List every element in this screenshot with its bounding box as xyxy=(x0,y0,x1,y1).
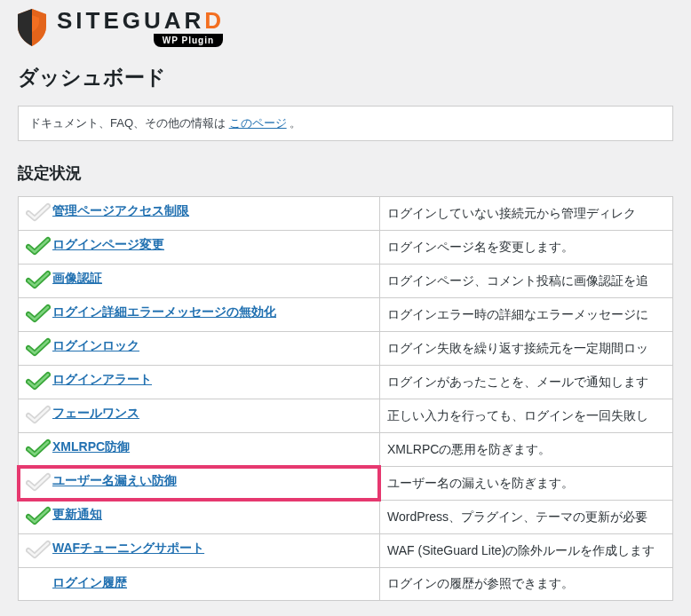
feature-description: ログイン失敗を繰り返す接続元を一定期間ロッ xyxy=(380,332,673,366)
feature-link[interactable]: 更新通知 xyxy=(52,507,102,523)
check-disabled-icon xyxy=(26,202,47,220)
feature-description: ログインページ名を変更します。 xyxy=(380,231,673,265)
table-row: WAFチューニングサポートWAF (SiteGuard Lite)の除外ルールを… xyxy=(19,534,673,568)
table-row: XMLRPC防御XMLRPCの悪用を防ぎます。 xyxy=(19,433,673,467)
feature-link[interactable]: 画像認証 xyxy=(52,271,102,287)
check-disabled-icon xyxy=(26,472,47,490)
feature-cell: ログイン履歴 xyxy=(19,568,380,601)
feature-cell: フェールワンス xyxy=(19,399,380,433)
check-disabled-icon xyxy=(26,405,47,423)
table-row: ログインロックログイン失敗を繰り返す接続元を一定期間ロッ xyxy=(19,332,673,366)
table-row: ログインアラートログインがあったことを、メールで通知します xyxy=(19,366,673,399)
table-row: 更新通知WordPress、プラグイン、テーマの更新が必要 xyxy=(19,501,673,534)
table-row: ログイン履歴ログインの履歴が参照できます。 xyxy=(19,568,673,601)
table-row: 管理ページアクセス制限ログインしていない接続元から管理ディレク xyxy=(19,197,673,231)
feature-cell: XMLRPC防御 xyxy=(19,433,380,467)
feature-link[interactable]: ログインアラート xyxy=(52,372,152,388)
feature-link[interactable]: ログイン詳細エラーメッセージの無効化 xyxy=(52,304,276,320)
table-row: ログイン詳細エラーメッセージの無効化ログインエラー時の詳細なエラーメッセージに xyxy=(19,298,673,332)
feature-link[interactable]: XMLRPC防御 xyxy=(52,439,130,455)
feature-description: WordPress、プラグイン、テーマの更新が必要 xyxy=(380,501,673,534)
table-row: フェールワンス正しい入力を行っても、ログインを一回失敗し xyxy=(19,399,673,433)
feature-cell: 画像認証 xyxy=(19,265,380,298)
feature-description: ログインがあったことを、メールで通知します xyxy=(380,366,673,399)
feature-cell: ログインアラート xyxy=(19,366,380,399)
feature-cell: ログイン詳細エラーメッセージの無効化 xyxy=(19,298,380,332)
check-enabled-icon xyxy=(26,236,47,254)
feature-description: ログインエラー時の詳細なエラーメッセージに xyxy=(380,298,673,332)
section-title: 設定状況 xyxy=(18,162,673,184)
feature-link[interactable]: WAFチューニングサポート xyxy=(52,541,204,557)
check-enabled-icon xyxy=(26,438,47,456)
feature-link[interactable]: ログインページ変更 xyxy=(52,237,164,253)
check-enabled-icon xyxy=(26,270,47,288)
check-enabled-icon xyxy=(26,506,47,524)
page-title: ダッシュボード xyxy=(18,64,673,91)
settings-status-table: 管理ページアクセス制限ログインしていない接続元から管理ディレクログインページ変更… xyxy=(18,196,673,601)
table-row: ユーザー名漏えい防御ユーザー名の漏えいを防ぎます。 xyxy=(19,467,673,501)
feature-cell: ログインロック xyxy=(19,332,380,366)
info-notice: ドキュメント、FAQ、その他の情報は このページ 。 xyxy=(18,106,673,141)
feature-link[interactable]: ログイン履歴 xyxy=(52,575,127,591)
feature-description: ユーザー名の漏えいを防ぎます。 xyxy=(380,467,673,501)
plugin-logo: SITEGUARD WP Plugin xyxy=(14,7,673,48)
feature-cell: 更新通知 xyxy=(19,501,380,534)
feature-link[interactable]: 管理ページアクセス制限 xyxy=(52,203,189,219)
shield-icon xyxy=(14,7,50,48)
check-enabled-icon xyxy=(26,371,47,389)
check-disabled-icon xyxy=(26,540,47,557)
check-enabled-icon xyxy=(26,304,47,321)
feature-link[interactable]: ログインロック xyxy=(52,338,139,354)
feature-description: ログインページ、コメント投稿に画像認証を追 xyxy=(380,265,673,298)
feature-cell: WAFチューニングサポート xyxy=(19,534,380,568)
table-row: 画像認証ログインページ、コメント投稿に画像認証を追 xyxy=(19,265,673,298)
feature-description: WAF (SiteGuard Lite)の除外ルールを作成します xyxy=(380,534,673,568)
brand-name: SITEGUARD xyxy=(57,9,225,32)
feature-link[interactable]: ユーザー名漏えい防御 xyxy=(52,473,177,489)
feature-cell: ログインページ変更 xyxy=(19,231,380,265)
feature-description: ログインしていない接続元から管理ディレク xyxy=(380,197,673,231)
feature-description: ログインの履歴が参照できます。 xyxy=(380,568,673,601)
brand-badge: WP Plugin xyxy=(154,34,223,47)
feature-cell: 管理ページアクセス制限 xyxy=(19,197,380,231)
feature-description: 正しい入力を行っても、ログインを一回失敗し xyxy=(380,399,673,433)
no-icon xyxy=(26,574,47,592)
table-row: ログインページ変更ログインページ名を変更します。 xyxy=(19,231,673,265)
feature-link[interactable]: フェールワンス xyxy=(52,406,139,422)
feature-cell: ユーザー名漏えい防御 xyxy=(19,467,380,501)
docs-link[interactable]: このページ xyxy=(229,116,287,130)
feature-description: XMLRPCの悪用を防ぎます。 xyxy=(380,433,673,467)
check-enabled-icon xyxy=(26,337,47,355)
